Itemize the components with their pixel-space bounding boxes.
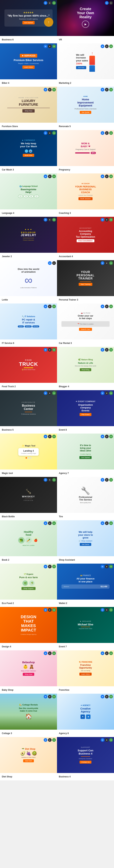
card-language4[interactable]: W E G 🌍 Language School BaasingstokeHelp… (0, 174, 57, 217)
badge-wp: W (44, 521, 47, 525)
badge-container: W E G (44, 348, 56, 352)
badge-g: G (52, 1, 56, 5)
card-label: Furniture Store (0, 123, 57, 130)
card-cottage3[interactable]: W E G 🏡 Cottage Rentals See the countrys… (0, 694, 57, 737)
card-design4[interactable]: W E G DESIGNTHATMAKESIMPACT Creative Des… (0, 607, 57, 650)
badge-container: W E G (44, 44, 56, 48)
card-business5[interactable]: W E G CORPORATE BusinessCenter Professio… (0, 390, 57, 434)
card-label: Wallet 2 (57, 599, 114, 607)
card-business6[interactable]: W E G ⭐⭐⭐⭐⭐ "My firm has grown 400% sinc… (0, 0, 57, 43)
card-blogger4[interactable]: W E G 🌿 Nature Blog Nature & Life Discov… (57, 347, 114, 390)
card-magictool[interactable]: W E G ✨ Magic Tool Landing 4 Creative La… (0, 434, 57, 477)
badge-g: G (109, 478, 113, 482)
badge-wp: W (101, 695, 105, 699)
badge-g: G (109, 218, 113, 222)
badge-el: E (105, 608, 109, 612)
card-label: Event 7 (57, 643, 114, 650)
card-accountant4[interactable]: W E G ACCOUNTANT AccountingCompanyTax Op… (57, 217, 114, 260)
card-franchise[interactable]: W E G 🍕 FRANCHISE FranchiseOpportunity J… (57, 650, 114, 694)
card-label: Food Truck 2 (0, 383, 57, 390)
badge-container: W E G (101, 695, 113, 699)
badge-g: G (52, 88, 56, 92)
card-babyshop[interactable]: W E G Bebashop 👶 🧸 Baby & Kids Collectio… (0, 650, 57, 694)
card-label: Personal Trainer 3 (57, 296, 114, 304)
badge-wp: W (101, 521, 105, 525)
card-renovate5[interactable]: W E G Home HomeImprovementEquipment Prof… (57, 87, 114, 130)
card-event7[interactable]: W E G ★ SPEAKER Michael Slve Keynote Eve… (57, 607, 114, 650)
badge-wp: W (44, 435, 47, 438)
badge-el: E (48, 695, 52, 699)
badge-el: E (105, 348, 109, 352)
badge-container: W E (105, 1, 113, 5)
badge-el: E (48, 348, 52, 352)
card-foodtruck2[interactable]: W E G FOOD TRUCK 🍔 Best Street Food Food… (0, 347, 57, 390)
card-ecofood2[interactable]: W E G 🌱 Organic Pure & eco farm 🌿 🥬 Shop… (0, 564, 57, 607)
card-label: Event 8 (57, 426, 114, 434)
badge-el: E (105, 651, 109, 655)
card-blackbottle[interactable]: W E G 🍾 WHISKEY PREMIUM Black Bottle (0, 477, 57, 520)
badge-el: E (52, 261, 56, 265)
badge-el: E (48, 435, 52, 438)
badge-container: W E (48, 261, 56, 265)
badge-container: W E G (44, 738, 56, 742)
badge-g: G (109, 305, 113, 308)
badge-wp: W (101, 651, 105, 655)
badge-g: G (109, 695, 113, 699)
card-shopassistant[interactable]: W E G We will helpyour store togrow 🛒 Sh… (57, 520, 114, 564)
card-agency7[interactable]: W E G It's time tobring yourideas alive … (57, 434, 114, 477)
card-tire[interactable]: W E G 🔧 ProfessionalTire Service Best qu… (57, 477, 114, 520)
badge-wp: W (44, 608, 47, 612)
card-label: Business 5 (0, 426, 57, 434)
card-lottie[interactable]: W E Dive into the worldof animation ∞ Lo… (0, 260, 57, 304)
card-label: Business 4 (57, 773, 114, 780)
card-personaltrainer3[interactable]: W E G YOURPERSONALTRAINER Start Training… (57, 260, 114, 304)
card-coaching3[interactable]: W E G ★ Coach YOUR PERSONALBUSINESSCOACH… (57, 174, 114, 217)
badge-el: E (105, 88, 109, 92)
badge-container: W E G (44, 305, 56, 308)
card-business4[interactable]: W E G SUPPORT Support ConBusiness 4 Ente… (57, 737, 114, 780)
badge-g: G (52, 651, 56, 655)
card-carrental3[interactable]: W E G 🚗 Car Rental Order your carin few … (57, 304, 114, 347)
badge-g: G (52, 305, 56, 308)
card-vr[interactable]: W E CreateYour OwnReality ▶ VR (57, 0, 114, 43)
badge-container: W E G (44, 608, 56, 612)
badge-el: E (105, 261, 109, 265)
card-itservice6[interactable]: W E G 🔧 IT Solutions PC repair &IT servi… (0, 304, 57, 347)
badge-g: G (52, 565, 56, 568)
badge-container: W E G (44, 131, 56, 135)
card-biker4[interactable]: W E G ★ SERVICES Premium Biker Services … (0, 43, 57, 87)
badge-g: G (52, 478, 56, 482)
badge-wp: W (101, 305, 105, 308)
card-label: Blogger 4 (57, 383, 114, 390)
badge-wp: W (101, 175, 105, 178)
badge-g: G (109, 608, 113, 612)
badge-g: G (109, 391, 113, 395)
card-wallet2[interactable]: W E G 💳 FINANCE All your financein one p… (57, 564, 114, 607)
badge-el: E (105, 565, 109, 568)
badge-g: G (52, 44, 56, 48)
badge-el: E (48, 521, 52, 525)
badge-container: W E G (101, 261, 113, 265)
badge-container: W E G (101, 348, 113, 352)
card-marketing2[interactable]: W E G We willincreaseyour sales150% Star… (57, 43, 114, 87)
badge-g: G (52, 348, 56, 352)
card-book2[interactable]: W E G Healthyfood 🥦 🥕 🍎 HEALTHY LIVING B… (0, 520, 57, 564)
badge-el: E (48, 131, 52, 135)
badge-wp: W (101, 44, 105, 48)
card-carwash3[interactable]: W E G ★ CARWASH We help keepyour Car Was… (0, 130, 57, 174)
badge-wp: W (44, 1, 47, 5)
card-dietshop[interactable]: W E G 🥗 Diet Shop 🥑 🍇 🥝 Nutrition & Diet… (0, 737, 57, 780)
badge-g: G (52, 218, 56, 222)
badge-wp: W (44, 305, 47, 308)
badge-container: W E G (101, 651, 113, 655)
card-event8[interactable]: W E G ✦ EVENT COMPANY Organizationcompan… (57, 390, 114, 434)
card-pregnancy[interactable]: W E G MOM &BABY ❤ Pregnancy Care & Suppo… (57, 130, 114, 174)
card-jeweler2[interactable]: W E G ◆ ◆ ◆ EXCLUSIVE JEWELRY Finest Col… (0, 217, 57, 260)
badge-wp: W (101, 261, 105, 265)
badge-g: G (109, 175, 113, 178)
card-label: Baby Shop (0, 686, 57, 694)
card-furniture[interactable]: W E G HOME COLLECTION LUXURYFURNITURE Sh… (0, 87, 57, 130)
badge-container: W E G (101, 131, 113, 135)
badge-container: W E G (101, 435, 113, 438)
card-agency6[interactable]: W E G ✦ AGENCY CreativeAgency ✦ ★ Agency… (57, 694, 114, 737)
